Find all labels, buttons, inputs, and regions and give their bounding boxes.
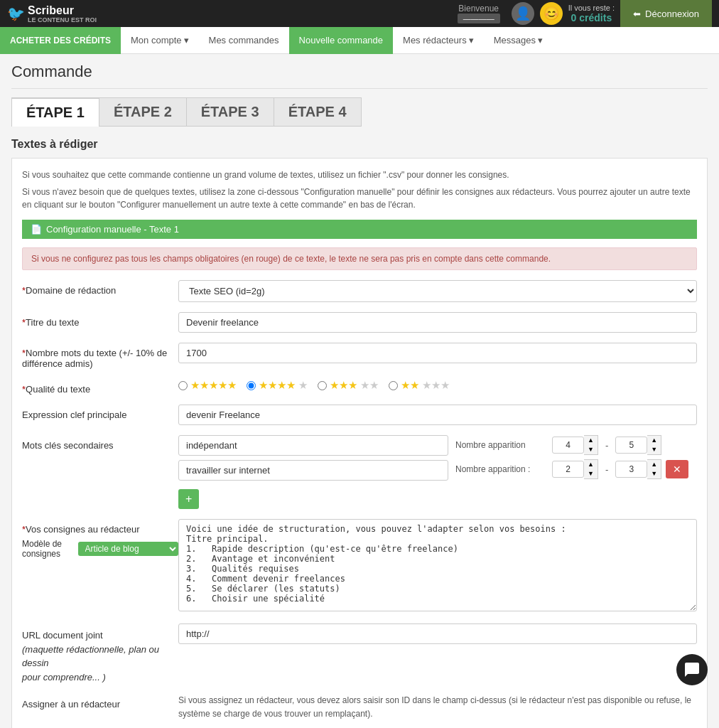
stepper-min-2-up[interactable]: ▲ [584, 460, 598, 469]
quality-option-4star[interactable]: ★★★★★ [247, 379, 308, 392]
keyword-inputs: + [178, 435, 448, 509]
config-bar: 📄 Configuration manuelle - Texte 1 [22, 220, 697, 239]
stepper-min-1-up[interactable]: ▲ [584, 436, 598, 445]
keyword-counts: Nombre apparition ▲ ▼ - [455, 435, 697, 479]
stepper-max-1-down[interactable]: ▼ [647, 445, 661, 454]
qualite-label: *Qualité du texte [22, 379, 178, 395]
mes-commandes-nav[interactable]: Mes commandes [199, 27, 289, 54]
keyword-input-2[interactable] [178, 460, 448, 481]
domaine-row: *Domaine de rédaction Texte SEO (id=2g) [22, 280, 697, 302]
stepper-max-2-input[interactable] [615, 461, 647, 478]
info-text-2: Si vous n'avez besoin que de quelques te… [22, 186, 697, 211]
url-input[interactable] [178, 623, 697, 644]
expression-field [178, 405, 697, 425]
nombre-apparition-label-1: Nombre apparition [455, 440, 548, 450]
mon-compte-nav[interactable]: Mon compte ▾ [121, 27, 199, 54]
keywords-wrapper: + Nombre apparition ▲ ▼ [178, 435, 697, 509]
stepper-max-2-down[interactable]: ▼ [647, 469, 661, 478]
header: 🐦 Scribeur LE CONTENU EST ROI Bienvenue … [0, 0, 719, 27]
bienvenue-label: Bienvenue ———— [458, 4, 500, 23]
bienvenue-value: ———— [458, 14, 500, 23]
domaine-select[interactable]: Texte SEO (id=2g) [178, 280, 697, 302]
keyword-count-row-1: Nombre apparition ▲ ▼ - [455, 435, 697, 455]
page-content: Commande ÉTAPE 1 ÉTAPE 2 ÉTAPE 3 ÉTAPE 4… [0, 54, 719, 728]
stepper-min-2-input[interactable] [552, 461, 584, 478]
quality-option-5star[interactable]: ★★★★★ [178, 379, 237, 392]
nombre-mots-field [178, 343, 697, 363]
warning-box: Si vous ne configurez pas tous les champ… [22, 247, 697, 270]
expression-label: Expression clef principale [22, 405, 178, 420]
add-keyword-button[interactable]: + [178, 489, 199, 509]
step-2[interactable]: ÉTAPE 2 [99, 97, 187, 127]
chat-bubble[interactable] [676, 654, 708, 685]
qualite-field: ★★★★★ ★★★★★ ★★★★★ ★★★★★ [178, 379, 697, 392]
qualite-row: *Qualité du texte ★★★★★ ★★★★★ ★★★★★ [22, 379, 697, 395]
consignes-field: Voici une idée de structuration, vous po… [178, 519, 697, 614]
expression-input[interactable] [178, 405, 697, 425]
mots-cles-field: + Nombre apparition ▲ ▼ [178, 435, 697, 509]
stepper-min-1-input[interactable] [552, 437, 584, 454]
url-row: URL document joint (maquette rédactionne… [22, 623, 697, 684]
modele-select[interactable]: Article de blog [78, 542, 178, 556]
quality-radio-4[interactable] [247, 381, 256, 390]
titre-label: *Titre du texte [22, 312, 178, 328]
consignes-title: *Vos consignes au rédacteur [22, 524, 178, 535]
stepper-max-1-input[interactable] [615, 437, 647, 454]
steps-bar: ÉTAPE 1 ÉTAPE 2 ÉTAPE 3 ÉTAPE 4 [11, 97, 708, 127]
quality-radio-5[interactable] [178, 381, 188, 390]
keyword-count-row-2: Nombre apparition : ▲ ▼ - [455, 459, 697, 479]
keyword-input-1[interactable] [178, 435, 448, 456]
stepper-min-2: ▲ ▼ [552, 459, 598, 479]
stepper-min-1: ▲ ▼ [552, 435, 598, 455]
expression-row: Expression clef principale [22, 405, 697, 425]
modele-label: Modèle de consignes [22, 539, 72, 559]
credits-display: Il vous reste : 0 crédits [568, 4, 615, 23]
mes-redacteurs-nav[interactable]: Mes rédacteurs ▾ [393, 27, 484, 54]
logo: 🐦 Scribeur LE CONTENU EST ROI [7, 4, 97, 23]
step-3[interactable]: ÉTAPE 3 [187, 97, 274, 127]
step-1[interactable]: ÉTAPE 1 [11, 97, 99, 127]
quality-radio-3[interactable] [318, 381, 327, 390]
stepper-max-1: ▲ ▼ [615, 435, 661, 455]
url-field [178, 623, 697, 644]
nombre-mots-input[interactable] [178, 343, 697, 363]
messages-nav[interactable]: Messages ▾ [484, 27, 553, 54]
chevron-down-icon: ▾ [184, 35, 189, 46]
titre-input[interactable] [178, 312, 697, 333]
mots-cles-row: Mots clés secondaires + Nombre apparitio… [22, 435, 697, 509]
redacteur-field: Si vous assignez un rédacteur, vous deve… [178, 694, 697, 728]
chevron-down-icon: ▾ [538, 35, 543, 46]
quality-option-2star[interactable]: ★★★★★ [389, 379, 450, 392]
titre-row: *Titre du texte [22, 312, 697, 333]
stepper-min-2-down[interactable]: ▼ [584, 469, 598, 478]
delete-keyword-2-button[interactable]: ✕ [666, 460, 688, 478]
nouvelle-commande-nav[interactable]: Nouvelle commande [289, 27, 394, 54]
credits-value: 0 crédits [568, 12, 615, 23]
quality-option-3star[interactable]: ★★★★★ [318, 379, 379, 392]
stepper-max-2-up[interactable]: ▲ [647, 460, 661, 469]
stepper-min-1-down[interactable]: ▼ [584, 445, 598, 454]
info-text-1: Si vous souhaitez que cette commande con… [22, 168, 697, 181]
modele-row: Modèle de consignes Article de blog [22, 539, 178, 559]
redacteur-label: Assigner à un rédacteur [22, 694, 178, 710]
page-title: Commande [11, 63, 708, 89]
nombre-mots-label: *Nombre mots du texte (+/- 10% de différ… [22, 343, 178, 369]
avatar[interactable]: 👤 [512, 2, 534, 25]
stepper-max-2: ▲ ▼ [615, 459, 661, 479]
doc-icon: 📄 [31, 224, 42, 235]
section-title: Textes à rédiger [11, 138, 708, 151]
stepper-max-1-up[interactable]: ▲ [647, 436, 661, 445]
form-card: Si vous souhaitez que cette commande con… [11, 158, 708, 728]
consignes-label: *Vos consignes au rédacteur Modèle de co… [22, 519, 178, 563]
quality-options: ★★★★★ ★★★★★ ★★★★★ ★★★★★ [178, 379, 697, 392]
step-4[interactable]: ÉTAPE 4 [274, 97, 362, 127]
domaine-field: Texte SEO (id=2g) [178, 280, 697, 302]
logout-button[interactable]: ⬅ Déconnexion [620, 0, 712, 27]
coin-icon: 😊 [540, 2, 563, 25]
logout-icon: ⬅ [633, 9, 641, 19]
nombre-mots-row: *Nombre mots du texte (+/- 10% de différ… [22, 343, 697, 369]
buy-credits-button[interactable]: ACHETER DES CRÉDITS [0, 27, 121, 54]
consignes-row: *Vos consignes au rédacteur Modèle de co… [22, 519, 697, 614]
consignes-textarea[interactable]: Voici une idée de structuration, vous po… [178, 519, 697, 611]
quality-radio-2[interactable] [389, 381, 398, 390]
